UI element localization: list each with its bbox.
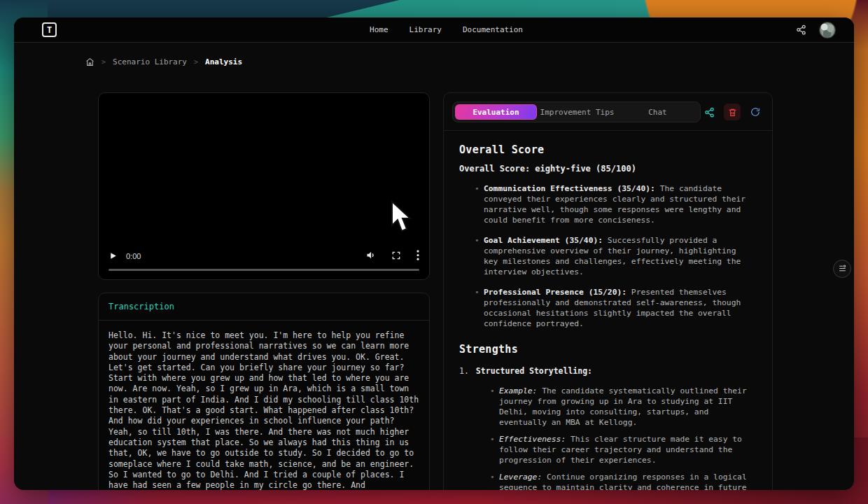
tab-chat[interactable]: Chat	[617, 104, 698, 120]
strength-point: Example: The candidate systematically ou…	[459, 386, 754, 428]
nav-link-documentation[interactable]: Documentation	[463, 25, 523, 34]
refresh-icon[interactable]	[747, 104, 764, 120]
strength-number: 1.	[459, 366, 469, 376]
delete-icon[interactable]	[724, 104, 741, 120]
breadcrumb-analysis: Analysis	[205, 57, 242, 66]
transcription-header: Transcription	[99, 293, 429, 321]
transcription-title: Transcription	[108, 302, 174, 312]
strength-point: Effectiveness: This clear structure made…	[459, 434, 754, 465]
criteria-list: Communication Effectiveness (35/40): The…	[459, 183, 754, 329]
strength-point: Leverage: Continue organizing responses …	[459, 472, 754, 490]
nav-link-library[interactable]: Library	[410, 25, 442, 34]
analysis-panel: Evaluation Improvement Tips Chat	[443, 92, 773, 490]
strength-point-label: Leverage:	[499, 472, 542, 482]
transcription-card: Transcription Hello. Hi. It's nice to me…	[98, 293, 430, 490]
tab-evaluation[interactable]: Evaluation	[455, 104, 537, 120]
criteria-item: Professional Presence (15/20): Presented…	[459, 287, 754, 329]
video-controls: 0:00	[108, 248, 419, 264]
home-icon[interactable]	[85, 57, 94, 66]
nav-right	[796, 22, 836, 38]
breadcrumb-separator: >	[194, 58, 198, 66]
more-options-icon[interactable]	[416, 250, 419, 263]
breadcrumb-scenario-library[interactable]: Scenario Library	[113, 57, 187, 66]
criteria-label: Professional Presence (15/20):	[484, 288, 626, 297]
play-icon[interactable]	[108, 250, 118, 263]
video-player[interactable]: 0:00	[98, 92, 430, 280]
criteria-label: Communication Effectiveness (35/40):	[484, 184, 655, 193]
strength-point-text: The candidate systematically outlined th…	[499, 386, 747, 427]
video-timeline[interactable]	[108, 269, 419, 271]
share-evaluation-icon[interactable]	[701, 104, 718, 120]
fullscreen-icon[interactable]	[391, 250, 401, 263]
app-logo[interactable]: T	[42, 22, 57, 37]
nav-link-home[interactable]: Home	[370, 25, 388, 34]
criteria-item: Goal Achievement (35/40): Successfully p…	[459, 235, 754, 277]
evaluation-content: Overall Score Overall Score: eighty-five…	[444, 131, 772, 490]
volume-icon[interactable]	[365, 250, 376, 263]
sliders-icon	[838, 262, 847, 276]
strength-points-list: Example: The candidate systematically ou…	[459, 386, 754, 490]
video-controls-right	[365, 250, 419, 263]
strength-point-label: Example:	[499, 386, 537, 396]
strength-title: Structured Storytelling:	[476, 366, 592, 376]
user-avatar[interactable]	[819, 22, 836, 38]
overall-score-heading: Overall Score	[459, 144, 754, 156]
criteria-label: Goal Achievement (35/40):	[484, 236, 603, 245]
share-icon[interactable]	[796, 24, 806, 35]
app-window: T Home Library Documentation > Scenario …	[14, 18, 854, 490]
breadcrumb: > Scenario Library > Analysis	[85, 57, 242, 66]
tab-improvement-tips[interactable]: Improvement Tips	[537, 104, 617, 120]
analysis-tabs: Evaluation Improvement Tips Chat	[452, 102, 701, 122]
analysis-panel-header: Evaluation Improvement Tips Chat	[444, 93, 772, 131]
criteria-item: Communication Effectiveness (35/40): The…	[459, 183, 754, 225]
top-navbar: T Home Library Documentation	[14, 18, 854, 43]
overall-score-value: Overall Score: eighty-five (85/100)	[459, 164, 754, 174]
transcription-text: Hello. Hi. It's nice to meet you. I'm he…	[99, 321, 429, 490]
panel-actions	[701, 104, 764, 120]
strength-point-label: Effectiveness:	[499, 435, 566, 444]
strengths-heading: Strengths	[459, 343, 754, 356]
app-logo-letter: T	[47, 25, 52, 35]
strength-item: 1.Structured Storytelling:	[459, 366, 754, 377]
side-panel-toggle-button[interactable]	[833, 260, 851, 278]
nav-links: Home Library Documentation	[370, 18, 523, 42]
breadcrumb-separator: >	[102, 58, 106, 66]
video-current-time: 0:00	[126, 252, 141, 260]
